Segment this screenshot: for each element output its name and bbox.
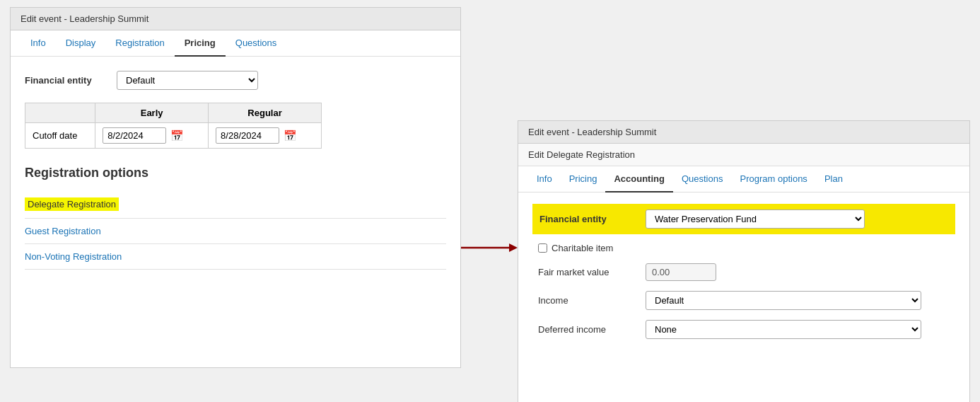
main-container: Edit event - Leadership Summit Info Disp…: [10, 7, 970, 402]
early-date-input[interactable]: 8/2/2024: [103, 127, 166, 144]
connection-arrow: [461, 241, 518, 255]
regular-date-cell: 8/28/2024 📅: [209, 123, 322, 149]
regular-calendar-icon[interactable]: 📅: [284, 130, 297, 142]
income-select[interactable]: Default: [646, 291, 921, 310]
right-tab-pricing[interactable]: Pricing: [561, 166, 606, 193]
cutoff-date-label: Cutoff date: [25, 123, 95, 149]
deferred-income-label: Deferred income: [532, 324, 646, 335]
right-financial-entity-row: Financial entity Water Preservation Fund: [532, 204, 955, 234]
right-tab-program-options[interactable]: Program options: [731, 166, 815, 193]
delegate-registration-item: Delegate Registration: [25, 190, 446, 219]
guest-registration-link[interactable]: Guest Registration: [25, 226, 101, 236]
cutoff-date-row: Cutoff date 8/2/2024 📅 8/28/2024 📅: [25, 123, 322, 149]
right-tab-accounting[interactable]: Accounting: [605, 166, 673, 193]
arrow-container: [461, 241, 518, 255]
date-table-header-early: Early: [95, 103, 209, 123]
tab-display[interactable]: Display: [56, 30, 106, 57]
financial-entity-label: Financial entity: [25, 75, 117, 86]
non-voting-registration-item: Non-Voting Registration: [25, 244, 446, 270]
svg-marker-1: [509, 243, 518, 252]
tab-questions[interactable]: Questions: [226, 30, 287, 57]
left-panel-body: Financial entity Default Early Regular C…: [11, 57, 460, 284]
fair-market-value-row: Fair market value 0.00: [532, 263, 955, 281]
right-tab-plan[interactable]: Plan: [816, 166, 851, 193]
left-panel: Edit event - Leadership Summit Info Disp…: [10, 7, 461, 368]
registration-options-heading: Registration options: [25, 166, 446, 180]
non-voting-registration-link[interactable]: Non-Voting Registration: [25, 251, 122, 262]
tab-registration[interactable]: Registration: [105, 30, 174, 57]
right-panel-subtitle: Edit Delegate Registration: [518, 144, 969, 166]
income-label: Income: [532, 295, 646, 306]
date-table-header-regular: Regular: [209, 103, 322, 123]
charitable-item-checkbox[interactable]: [538, 243, 547, 253]
fair-market-value-input[interactable]: 0.00: [646, 263, 716, 281]
right-financial-entity-label: Financial entity: [539, 214, 638, 224]
deferred-income-row: Deferred income None: [532, 320, 955, 339]
right-panel-body: Financial entity Water Preservation Fund…: [518, 193, 969, 360]
financial-entity-select[interactable]: Default: [117, 71, 258, 90]
fair-market-value-label: Fair market value: [532, 267, 646, 277]
financial-entity-row: Financial entity Default: [25, 71, 446, 90]
left-panel-title: Edit event - Leadership Summit: [11, 8, 460, 30]
right-tabs: Info Pricing Accounting Questions Progra…: [518, 166, 969, 193]
date-table: Early Regular Cutoff date 8/2/2024 📅: [25, 103, 322, 149]
right-tab-questions[interactable]: Questions: [673, 166, 732, 193]
right-financial-entity-select[interactable]: Water Preservation Fund: [646, 209, 865, 229]
guest-registration-item: Guest Registration: [25, 219, 446, 244]
tab-pricing[interactable]: Pricing: [175, 30, 226, 57]
right-panel: Edit event - Leadership Summit Edit Dele…: [518, 120, 970, 402]
right-tab-info[interactable]: Info: [528, 166, 561, 193]
tab-info[interactable]: Info: [21, 30, 56, 57]
early-date-cell: 8/2/2024 📅: [95, 123, 209, 149]
charitable-item-label: Charitable item: [552, 243, 613, 253]
delegate-registration-link[interactable]: Delegate Registration: [25, 197, 119, 211]
charitable-item-row: Charitable item: [532, 243, 955, 253]
left-tabs: Info Display Registration Pricing Questi…: [11, 30, 460, 57]
early-calendar-icon[interactable]: 📅: [170, 130, 184, 142]
income-row: Income Default: [532, 291, 955, 310]
right-panel-title: Edit event - Leadership Summit: [518, 121, 969, 144]
deferred-income-select[interactable]: None: [646, 320, 921, 339]
date-table-header-blank: [25, 103, 95, 123]
regular-date-input[interactable]: 8/28/2024: [216, 127, 279, 144]
